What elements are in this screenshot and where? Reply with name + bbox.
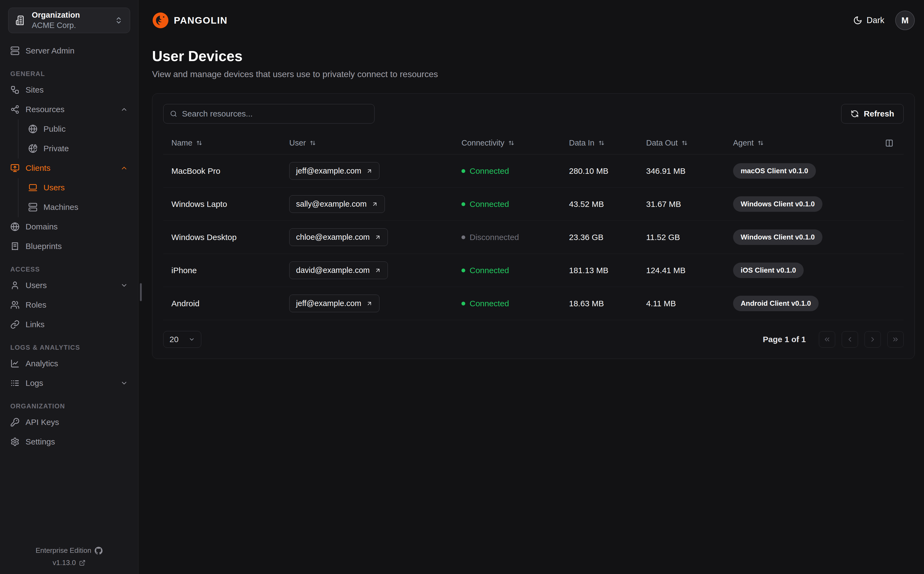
brand[interactable]: PANGOLIN xyxy=(152,12,228,29)
workflow-icon xyxy=(10,85,20,95)
next-page-button[interactable] xyxy=(864,331,881,347)
first-page-button[interactable] xyxy=(819,331,835,347)
search-input[interactable] xyxy=(182,109,368,118)
sidebar-item-server-admin[interactable]: Server Admin xyxy=(7,41,131,60)
top-bar: PANGOLIN Dark M xyxy=(152,0,915,41)
previous-page-button[interactable] xyxy=(842,331,858,347)
agent-badge: macOS Client v0.1.0 xyxy=(733,163,816,179)
sidebar-item-machines[interactable]: Machines xyxy=(25,198,131,217)
theme-toggle[interactable]: Dark xyxy=(853,16,885,25)
table-footer: 20 Page 1 of 1 xyxy=(163,331,904,348)
status-dot xyxy=(462,268,465,272)
user-link[interactable]: chloe@example.com xyxy=(289,229,388,246)
table-row: Android jeff@example.com Connected 18.63… xyxy=(163,287,904,320)
chevrons-up-down-icon xyxy=(115,16,123,24)
sidebar-item-label: Users xyxy=(25,281,47,290)
edition-link[interactable]: Enterprise Edition xyxy=(36,546,102,555)
chart-line-icon xyxy=(10,359,20,368)
device-name: Windows Lapto xyxy=(163,200,289,209)
theme-toggle-label: Dark xyxy=(867,16,885,25)
sidebar-item-sites[interactable]: Sites xyxy=(7,80,131,99)
status-dot xyxy=(462,235,465,239)
columns-icon xyxy=(885,139,893,147)
data-in: 43.52 MB xyxy=(569,200,646,209)
user-link[interactable]: david@example.com xyxy=(289,262,388,279)
version-link[interactable]: v1.13.0 xyxy=(53,558,85,567)
user-link[interactable]: jeff@example.com xyxy=(289,162,379,180)
sidebar-nav: Server Admin GENERAL Sites Resources Pub… xyxy=(0,41,138,452)
status-dot xyxy=(462,302,465,306)
sidebar-item-public[interactable]: Public xyxy=(25,120,131,139)
agent-badge: Windows Client v0.1.0 xyxy=(733,196,822,212)
page-size-select[interactable]: 20 xyxy=(163,331,201,348)
data-out: 11.52 GB xyxy=(646,233,733,242)
sidebar-section-organization: ORGANIZATION xyxy=(7,402,131,410)
sidebar-item-private[interactable]: Private xyxy=(25,139,131,158)
page-subtitle: View and manage devices that users use t… xyxy=(152,69,915,79)
resources-sublist: Public Private xyxy=(18,120,131,159)
device-name: MacBook Pro xyxy=(163,166,289,176)
sidebar-item-label: Sites xyxy=(25,85,44,95)
link-icon xyxy=(10,320,20,329)
status-dot xyxy=(462,169,465,173)
device-name: Android xyxy=(163,299,289,308)
user-icon xyxy=(10,281,20,290)
column-header-data-out[interactable]: Data Out xyxy=(646,139,733,147)
data-out: 346.91 MB xyxy=(646,166,733,176)
arrow-up-right-icon xyxy=(372,201,378,207)
refresh-button[interactable]: Refresh xyxy=(841,104,904,123)
chevron-up-icon xyxy=(120,164,128,172)
sort-icon xyxy=(196,139,203,147)
page-info: Page 1 of 1 xyxy=(763,335,806,344)
chevron-down-icon xyxy=(120,282,128,289)
sidebar-item-label: Links xyxy=(25,320,44,329)
avatar[interactable]: M xyxy=(895,11,915,30)
column-header-user[interactable]: User xyxy=(289,139,462,147)
sidebar-item-label: Server Admin xyxy=(25,46,74,55)
top-bar-right: Dark M xyxy=(853,11,915,30)
org-switcher[interactable]: Organization ACME Corp. xyxy=(8,8,130,33)
column-header-connectivity[interactable]: Connectivity xyxy=(462,139,569,147)
sidebar-item-client-users[interactable]: Users xyxy=(25,178,131,197)
sidebar-item-resources[interactable]: Resources xyxy=(7,100,131,119)
refresh-icon xyxy=(851,110,859,118)
device-name: Windows Desktop xyxy=(163,233,289,242)
sidebar-item-logs[interactable]: Logs xyxy=(7,374,131,393)
sidebar-item-analytics[interactable]: Analytics xyxy=(7,354,131,373)
last-page-button[interactable] xyxy=(887,331,904,347)
column-visibility-button[interactable] xyxy=(885,139,893,147)
pagination-controls: Page 1 of 1 xyxy=(763,331,904,347)
data-in: 18.63 MB xyxy=(569,299,646,308)
arrow-up-right-icon xyxy=(375,267,381,274)
sidebar-item-blueprints[interactable]: Blueprints xyxy=(7,237,131,256)
chevron-down-icon xyxy=(120,379,128,387)
chevrons-right-icon xyxy=(892,336,899,343)
sidebar-item-label: Roles xyxy=(25,300,46,309)
table-row: Windows Lapto sally@example.com Connecte… xyxy=(163,188,904,221)
column-header-name[interactable]: Name xyxy=(163,139,289,147)
column-header-data-in[interactable]: Data In xyxy=(569,139,646,147)
sidebar-item-roles[interactable]: Roles xyxy=(7,295,131,314)
sidebar-item-label: Machines xyxy=(43,203,78,212)
user-link[interactable]: jeff@example.com xyxy=(289,295,379,312)
sidebar-item-label: Resources xyxy=(25,105,65,114)
sidebar-item-api-keys[interactable]: API Keys xyxy=(7,413,131,432)
status-dot xyxy=(462,202,465,206)
sidebar-item-links[interactable]: Links xyxy=(7,315,131,334)
data-out: 4.11 MB xyxy=(646,299,733,308)
external-link-icon xyxy=(79,560,85,566)
column-header-agent[interactable]: Agent xyxy=(733,139,904,147)
sort-icon xyxy=(681,139,688,147)
table-row: Windows Desktop chloe@example.com Discon… xyxy=(163,221,904,254)
user-link[interactable]: sally@example.com xyxy=(289,195,385,213)
agent-badge: Android Client v0.1.0 xyxy=(733,296,818,311)
org-switcher-label: Organization xyxy=(32,10,80,20)
sidebar-item-settings[interactable]: Settings xyxy=(7,432,131,451)
sidebar-scrollbar-thumb[interactable] xyxy=(140,283,142,301)
sidebar-item-users[interactable]: Users xyxy=(7,276,131,295)
sidebar-item-domains[interactable]: Domains xyxy=(7,217,131,236)
sidebar-item-label: Analytics xyxy=(25,359,58,368)
main-content: PANGOLIN Dark M User Devices View and ma… xyxy=(139,0,924,574)
sidebar-item-label: Logs xyxy=(25,378,43,388)
sidebar-item-clients[interactable]: Clients xyxy=(7,159,131,178)
